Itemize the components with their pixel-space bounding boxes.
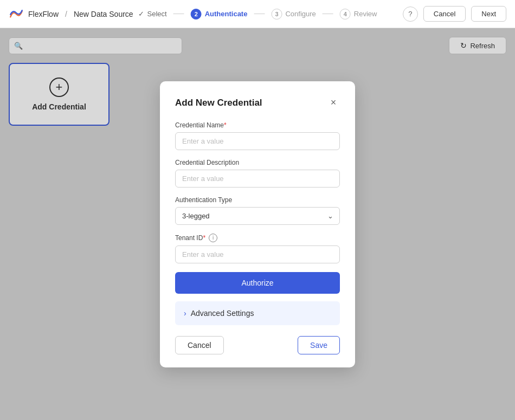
step-configure: 3 Configure (267, 9, 320, 20)
authentication-type-select[interactable]: 3-legged 2-legged (175, 207, 340, 225)
step-separator-1 (173, 14, 184, 14)
brand: FlexFlow / New Data Source (9, 9, 133, 20)
authentication-type-group: Authentication Type 3-legged 2-legged ⌄ (175, 196, 340, 225)
modal-close-button[interactable]: × (327, 96, 340, 109)
stepper: ✓ Select 2 Authenticate 3 Configure 4 Re… (134, 9, 382, 20)
breadcrumb-separator: / (65, 10, 67, 18)
modal-cancel-button[interactable]: Cancel (175, 336, 224, 354)
credential-description-label: Credential Description (175, 159, 340, 166)
modal-title: Add New Credential (175, 98, 262, 108)
cancel-button[interactable]: Cancel (423, 6, 466, 22)
modal-overlay: Add New Credential × Credential Name* Cr… (0, 28, 515, 420)
modal-save-button[interactable]: Save (298, 336, 340, 354)
step-select: ✓ Select (134, 10, 171, 18)
tenant-id-group: Tenant ID* i (175, 234, 340, 263)
credential-description-input[interactable] (175, 170, 340, 188)
credential-name-label: Credential Name* (175, 121, 340, 129)
authentication-type-label: Authentication Type (175, 196, 340, 204)
step-review-num: 4 (340, 9, 351, 20)
advanced-settings-label: Advanced Settings (191, 309, 254, 318)
advanced-settings-row[interactable]: › Advanced Settings (175, 301, 340, 325)
step-authenticate-num: 2 (191, 9, 202, 20)
tenant-id-info-icon[interactable]: i (209, 234, 217, 242)
step-check-icon: ✓ (138, 10, 144, 18)
step-separator-3 (323, 14, 333, 14)
brand-logo (9, 9, 24, 20)
app-name: FlexFlow (28, 10, 59, 18)
tenant-id-input[interactable] (175, 245, 340, 263)
step-configure-label: Configure (285, 10, 316, 18)
credential-description-group: Credential Description (175, 159, 340, 188)
credential-name-group: Credential Name* (175, 121, 340, 150)
step-separator-2 (254, 14, 265, 14)
advanced-settings-chevron-icon: › (184, 309, 186, 318)
step-review: 4 Review (336, 9, 382, 20)
help-button[interactable]: ? (403, 7, 418, 22)
authorize-button[interactable]: Authorize (175, 272, 340, 294)
credential-name-input[interactable] (175, 132, 340, 150)
modal-footer: Cancel Save (175, 336, 340, 354)
modal-header: Add New Credential × (175, 96, 340, 109)
step-authenticate: 2 Authenticate (186, 9, 252, 20)
tenant-id-label: Tenant ID* (175, 234, 205, 242)
next-button[interactable]: Next (471, 6, 506, 22)
authentication-type-wrapper: 3-legged 2-legged ⌄ (175, 207, 340, 225)
main-content: 🔍 ↻ Refresh + Add Credential Add New Cre… (0, 28, 515, 420)
step-authenticate-label: Authenticate (205, 10, 248, 18)
tenant-id-label-row: Tenant ID* i (175, 234, 340, 242)
step-review-label: Review (354, 10, 377, 18)
header: FlexFlow / New Data Source ✓ Select 2 Au… (0, 0, 515, 28)
breadcrumb-page: New Data Source (74, 10, 133, 18)
step-select-label: Select (147, 10, 167, 18)
step-configure-num: 3 (271, 9, 282, 20)
header-actions: ? Cancel Next (403, 6, 506, 22)
add-credential-modal: Add New Credential × Credential Name* Cr… (160, 81, 355, 367)
